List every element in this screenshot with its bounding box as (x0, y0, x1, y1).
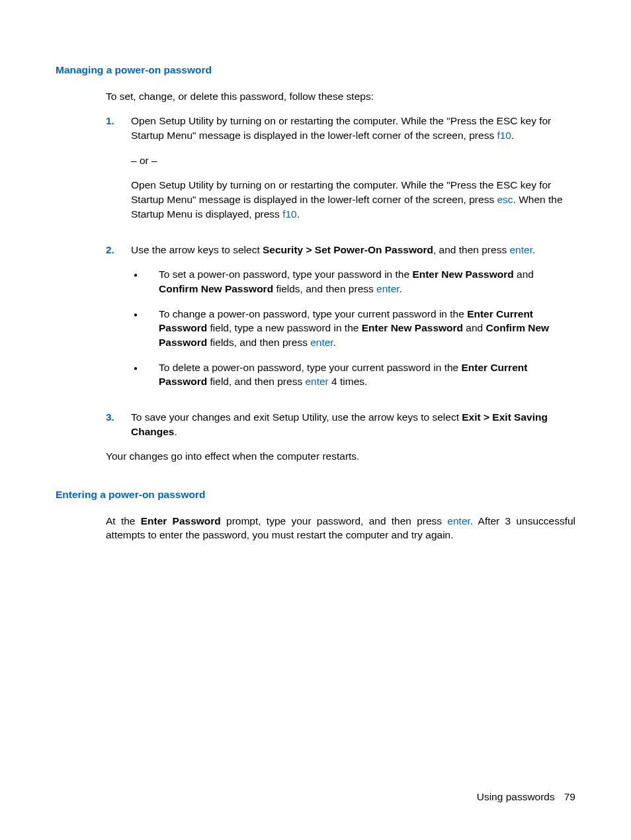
bullet-icon (131, 360, 159, 389)
step2-lead: Use the arrow keys to select Security > … (131, 243, 575, 257)
step1-para2: Open Setup Utility by turning on or rest… (131, 178, 575, 221)
menu-path-security: Security > Set Power-On Password (263, 244, 433, 255)
bullet-set-body: To set a power-on password, type your pa… (159, 267, 575, 296)
field-enter-new-b: Enter New Password (362, 322, 463, 333)
bullet-set: To set a power-on password, type your pa… (131, 267, 575, 296)
step-1-number: 1. (106, 114, 131, 231)
section2-para: At the Enter Password prompt, type your … (106, 514, 575, 542)
step-3: 3. To save your changes and exit Setup U… (106, 410, 575, 439)
key-f10: f10 (497, 130, 511, 141)
step-3-number: 3. (106, 410, 131, 439)
bullet-change: To change a power-on password, type your… (131, 307, 575, 350)
key-enter-5: enter (447, 515, 470, 526)
field-enter-new: Enter New Password (412, 269, 513, 280)
or-separator: – or – (131, 153, 575, 168)
section1-body: To set, change, or delete this password,… (106, 89, 575, 464)
bullet-delete: To delete a power-on password, type your… (131, 360, 575, 389)
prompt-enter-password: Enter Password (141, 515, 221, 526)
page-footer: Using passwords79 (477, 790, 575, 804)
bullet-icon (131, 307, 159, 350)
footer-page-number: 79 (564, 791, 575, 802)
bullet-change-body: To change a power-on password, type your… (159, 307, 575, 350)
bullet-delete-body: To delete a power-on password, type your… (159, 360, 575, 389)
step-1-body: Open Setup Utility by turning on or rest… (131, 114, 575, 231)
heading-entering: Entering a power-on password (56, 487, 575, 502)
section2-body: At the Enter Password prompt, type your … (106, 514, 575, 542)
bullet-icon (131, 267, 159, 296)
key-esc: esc (497, 194, 513, 205)
intro-text: To set, change, or delete this password,… (106, 89, 575, 104)
key-f10-b: f10 (282, 208, 297, 220)
outro-text: Your changes go into effect when the com… (106, 449, 575, 464)
step-2: 2. Use the arrow keys to select Security… (106, 243, 575, 400)
step2-bullets: To set a power-on password, type your pa… (131, 267, 575, 389)
heading-managing: Managing a power-on password (56, 63, 575, 77)
page-content: Managing a power-on password To set, cha… (0, 0, 631, 542)
footer-section: Using passwords (477, 791, 555, 802)
key-enter-3: enter (310, 337, 333, 348)
step-2-body: Use the arrow keys to select Security > … (131, 243, 575, 400)
step-3-body: To save your changes and exit Setup Util… (131, 410, 575, 439)
step-2-number: 2. (106, 243, 131, 400)
key-enter-4: enter (305, 376, 328, 387)
key-enter-2: enter (376, 283, 399, 294)
field-confirm-new: Confirm New Password (159, 283, 273, 294)
step1-para1: Open Setup Utility by turning on or rest… (131, 114, 575, 142)
key-enter-1: enter (509, 244, 532, 255)
step-1: 1. Open Setup Utility by turning on or r… (106, 114, 575, 231)
